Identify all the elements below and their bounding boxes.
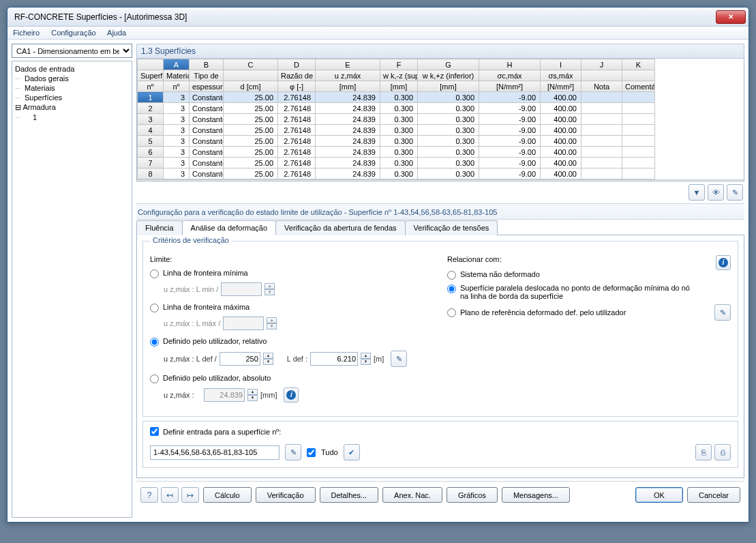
tab-analise[interactable]: Análise da deformação bbox=[182, 220, 277, 235]
info-button-abs[interactable]: i bbox=[284, 387, 299, 402]
filter-icon[interactable]: ▼ bbox=[689, 184, 705, 201]
tree-item-superficies[interactable]: Superfícies bbox=[14, 93, 130, 102]
menu-config[interactable]: Configuração bbox=[51, 29, 95, 37]
pick-plane-icon[interactable]: ✎ bbox=[714, 304, 731, 321]
tree-root[interactable]: Dados de entrada bbox=[14, 64, 130, 74]
anex-nac-button[interactable]: Anex. Nac. bbox=[382, 487, 442, 503]
radio-definido-relativo[interactable] bbox=[150, 338, 159, 347]
label-limite: Limite: bbox=[150, 255, 434, 263]
ok-button[interactable]: OK bbox=[635, 487, 683, 503]
tree-item-dados-gerais[interactable]: Dados gerais bbox=[14, 74, 130, 83]
graficos-button[interactable]: Gráficos bbox=[447, 487, 498, 503]
navigation-tree: Dados de entrada Dados gerais Materiais … bbox=[12, 61, 132, 518]
menubar: Ficheiro Configuração Ajuda bbox=[7, 27, 749, 40]
case-selector[interactable]: CA1 - Dimensionamento em bet bbox=[12, 44, 132, 58]
pick-surfaces-icon[interactable]: ✎ bbox=[285, 444, 301, 460]
fieldset-title: Critérios de verificação bbox=[150, 236, 232, 244]
pick-length-icon[interactable]: ✎ bbox=[391, 351, 407, 367]
verificacao-button[interactable]: Verificação bbox=[256, 487, 316, 503]
check-definir-entrada[interactable] bbox=[150, 427, 159, 436]
cancelar-button[interactable]: Cancelar bbox=[687, 487, 740, 503]
input-lmin bbox=[221, 282, 262, 296]
input-uzmax-abs bbox=[204, 388, 245, 402]
tabs: Fluência Análise da deformação Verificaç… bbox=[136, 220, 744, 235]
tab-tensoes[interactable]: Verificação de tensões bbox=[405, 220, 498, 235]
radio-sistema-nao-deformado[interactable] bbox=[447, 271, 456, 280]
radio-plano-referencia[interactable] bbox=[447, 308, 456, 317]
input-ldef-ratio[interactable] bbox=[220, 352, 260, 366]
next-icon[interactable]: ↦ bbox=[181, 487, 199, 503]
input-surface-list[interactable] bbox=[150, 445, 279, 460]
radio-definido-absoluto[interactable] bbox=[150, 375, 159, 383]
close-button[interactable]: ✕ bbox=[716, 10, 746, 24]
titlebar[interactable]: RF-CONCRETE Superfícies - [Autorimessa 3… bbox=[7, 8, 749, 27]
info-button-relacionar[interactable]: i bbox=[716, 255, 731, 270]
radio-fronteira-maxima[interactable] bbox=[150, 304, 159, 312]
tree-item-materiais[interactable]: Materiais bbox=[14, 83, 130, 93]
section-title: 1.3 Superfícies bbox=[136, 44, 744, 59]
menu-file[interactable]: Ficheiro bbox=[13, 29, 40, 37]
detalhes-button[interactable]: Detalhes... bbox=[320, 487, 379, 503]
copy-settings-icon[interactable]: ⎘ bbox=[695, 444, 712, 460]
radio-fronteira-minima[interactable] bbox=[150, 269, 159, 278]
tree-armadura-1[interactable]: 1 bbox=[14, 113, 130, 122]
window-title: RF-CONCRETE Superfícies - [Autorimessa 3… bbox=[14, 12, 187, 22]
input-ldef-value[interactable] bbox=[310, 352, 358, 366]
eye-icon[interactable]: 👁 bbox=[708, 184, 724, 201]
label-relacionar: Relacionar com: bbox=[447, 255, 501, 263]
check-tudo[interactable] bbox=[307, 448, 316, 457]
prev-icon[interactable]: ↤ bbox=[161, 487, 179, 503]
paste-settings-icon[interactable]: ⎙ bbox=[714, 444, 731, 460]
data-table[interactable]: ABCDEFGHIJKSuperf.MaterialTipo deRazão d… bbox=[136, 59, 744, 181]
apply-check-icon[interactable]: ✔ bbox=[344, 444, 360, 460]
tab-fluencia[interactable]: Fluência bbox=[136, 220, 183, 235]
tree-armadura[interactable]: ⊟ Armadura bbox=[14, 102, 130, 113]
tab-fendas[interactable]: Verificação da abertura de fendas bbox=[275, 220, 406, 235]
menu-help[interactable]: Ajuda bbox=[107, 29, 126, 37]
radio-superficie-paralela[interactable] bbox=[447, 284, 456, 293]
dialog-window: RF-CONCRETE Superfícies - [Autorimessa 3… bbox=[7, 7, 749, 523]
mensagens-button[interactable]: Mensagens... bbox=[502, 487, 570, 503]
config-title: Configuração para a verificação do estad… bbox=[136, 203, 744, 220]
calculo-button[interactable]: Cálculo bbox=[203, 487, 252, 503]
pick-icon[interactable]: ✎ bbox=[727, 184, 743, 201]
horizontal-scrollbar[interactable] bbox=[137, 179, 744, 181]
input-lmax bbox=[223, 317, 264, 330]
help-icon[interactable]: ? bbox=[140, 487, 158, 503]
